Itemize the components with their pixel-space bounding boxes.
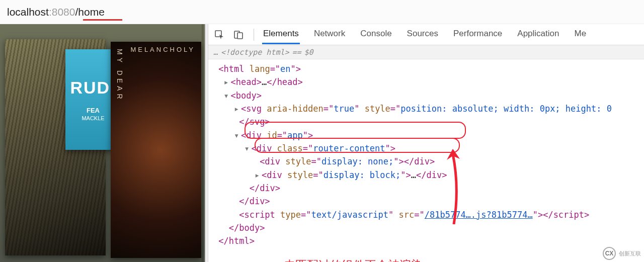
dom-line-head[interactable]: ▸<head>…</head> — [213, 75, 642, 89]
breadcrumb-ellipsis: … — [213, 48, 218, 57]
dom-line-html-close[interactable]: </html> — [213, 234, 642, 247]
dom-line-svg[interactable]: ▸<svg aria-hidden="true" style="position… — [213, 102, 642, 115]
devtools-toolbar: Elements Network Console Sources Perform… — [208, 24, 644, 45]
album2-title: RUDI — [70, 78, 116, 98]
album3-horizontal-text: MELANCHOLY — [130, 46, 195, 53]
main-split: RUDI FEA MACKLE MY DEAR MELANCHOLY Eleme… — [0, 24, 644, 262]
tab-console[interactable]: Console — [359, 25, 392, 44]
watermark-logo-icon: CX — [603, 247, 616, 260]
devtools-panel: Elements Network Console Sources Perform… — [208, 24, 644, 262]
url-underline-annotation — [83, 19, 122, 21]
annotation-text: 未匹配过的组件不会被渲染 — [284, 256, 423, 262]
dom-line-display-block[interactable]: ▸<div style="display: block;">…</div> — [213, 168, 642, 182]
inspect-element-icon[interactable] — [212, 28, 226, 42]
devtools-tabs: Elements Network Console Sources Perform… — [262, 25, 587, 44]
dom-line-html-open[interactable]: <html lang="en"> — [213, 62, 642, 75]
devtools-breadcrumb[interactable]: … <!doctype html> == $0 — [208, 45, 644, 59]
dom-line-router[interactable]: ▾<div class="router-content"> — [213, 142, 642, 155]
url-path: /home — [75, 6, 104, 18]
watermark: CX 创新互联 — [603, 247, 641, 260]
url-host: localhost — [7, 6, 49, 18]
album2-sub2: MACKLE — [82, 115, 104, 121]
expand-triangle-icon[interactable]: ▸ — [255, 168, 262, 182]
collapse-triangle-icon[interactable]: ▾ — [244, 142, 251, 155]
tab-more[interactable]: Me — [573, 25, 587, 44]
dom-line-script[interactable]: <script type="text/javascript" src="/81b… — [213, 208, 642, 221]
expand-triangle-icon[interactable]: ▸ — [223, 75, 230, 89]
dom-line-display-none[interactable]: <div style="display: none;"></div> — [213, 155, 642, 168]
dom-line-svg-close[interactable]: </svg> — [213, 115, 642, 128]
collapse-triangle-icon[interactable]: ▾ — [223, 89, 230, 102]
album3-vertical-text: MY DEAR — [116, 49, 124, 102]
svg-rect-2 — [237, 33, 243, 39]
dom-line-router-close[interactable]: </div> — [213, 182, 642, 195]
tab-elements[interactable]: Elements — [262, 25, 300, 44]
breadcrumb-selector: $0 — [304, 48, 313, 57]
album-cover-3[interactable]: MY DEAR MELANCHOLY — [111, 42, 201, 258]
dom-line-app-close[interactable]: </div> — [213, 195, 642, 208]
url-port: :8080 — [49, 6, 75, 18]
elements-dom-tree[interactable]: <html lang="en"> ▸<head>…</head> ▾<body>… — [208, 59, 644, 262]
album2-sub1: FEA — [87, 107, 100, 114]
tab-application[interactable]: Application — [516, 25, 560, 44]
watermark-text: 创新互联 — [619, 250, 641, 257]
breadcrumb-eq: == — [292, 48, 301, 57]
dom-line-app[interactable]: ▾<div id="app"> — [213, 129, 642, 142]
tab-network[interactable]: Network — [313, 25, 346, 44]
tab-performance[interactable]: Performance — [452, 25, 503, 44]
toolbar-divider — [254, 29, 254, 41]
dom-line-body-close[interactable]: </body> — [213, 221, 642, 234]
expand-triangle-icon[interactable]: ▸ — [234, 102, 241, 115]
toggle-device-icon[interactable] — [231, 28, 246, 42]
collapse-triangle-icon[interactable]: ▾ — [234, 129, 241, 142]
breadcrumb-doctype: <!doctype html> — [221, 48, 289, 57]
page-preview-pane[interactable]: RUDI FEA MACKLE MY DEAR MELANCHOLY — [0, 24, 205, 262]
dom-line-body-open[interactable]: ▾<body> — [213, 89, 642, 102]
tab-sources[interactable]: Sources — [406, 25, 439, 44]
